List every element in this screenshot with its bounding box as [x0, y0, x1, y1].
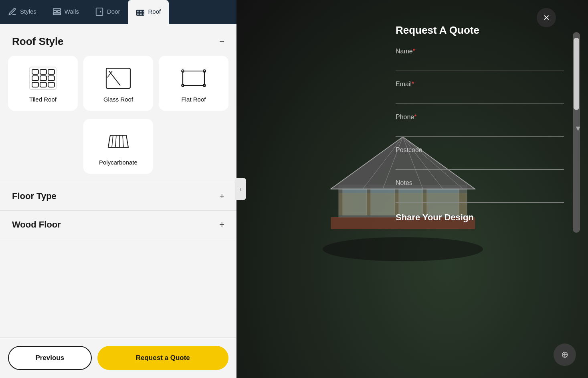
svg-line-33 — [115, 135, 116, 147]
main-area: ✕ Request A Quote Name* Email* Phone* Po… — [236, 0, 588, 378]
name-required-star: * — [413, 48, 415, 55]
svg-rect-3 — [53, 13, 61, 14]
previous-button[interactable]: Previous — [8, 346, 92, 370]
quote-form-title: Request A Quote — [396, 24, 564, 37]
wood-floor-section[interactable]: Wood Floor + — [0, 211, 236, 239]
share-design-title: Share Your Design — [396, 212, 564, 223]
tab-door[interactable]: Door — [87, 0, 128, 24]
polycarbonate-label: Polycarbonate — [99, 159, 137, 166]
flat-roof-icon — [180, 66, 208, 90]
tiled-roof-label: Tiled Roof — [29, 96, 57, 103]
close-icon: ✕ — [543, 13, 550, 22]
postcode-field: Postcode — [396, 146, 564, 170]
floor-type-expand-icon: + — [219, 191, 224, 201]
roof-style-collapse-btn[interactable]: − — [219, 37, 224, 46]
tab-roof-label: Roof — [148, 8, 161, 15]
panel-content: Roof Style − Til — [0, 24, 236, 337]
floor-type-section[interactable]: Floor Type + — [0, 182, 236, 210]
scroll-arrow-icon: ▼ — [574, 124, 582, 133]
name-field: Name* — [396, 48, 564, 71]
svg-rect-24 — [106, 68, 130, 88]
svg-rect-4 — [96, 8, 103, 15]
notes-label: Notes — [396, 179, 564, 187]
svg-rect-1 — [53, 11, 57, 12]
name-label: Name* — [396, 48, 564, 55]
email-input[interactable] — [396, 90, 564, 104]
polycarbonate-icon — [104, 129, 132, 153]
nav-tabs: Styles Walls Door Roof — [0, 0, 236, 24]
tab-door-label: Door — [107, 8, 120, 15]
tab-walls[interactable]: Walls — [44, 0, 87, 24]
request-quote-button[interactable]: Request a Quote — [97, 346, 228, 370]
panel-collapse-button[interactable]: ‹ — [235, 178, 246, 200]
svg-point-36 — [323, 237, 483, 261]
name-input[interactable] — [396, 57, 564, 71]
wall-icon — [53, 7, 61, 16]
compass-icon: ⊕ — [561, 350, 568, 360]
phone-input[interactable] — [396, 123, 564, 137]
roof-style-header: Roof Style − — [0, 24, 236, 56]
roof-option-flat[interactable]: Flat Roof — [159, 56, 228, 111]
roof-option-glass[interactable]: Glass Roof — [83, 56, 153, 111]
svg-line-35 — [123, 135, 123, 147]
roof-options-grid: Tiled Roof Glass Roof — [0, 56, 236, 119]
flat-roof-label: Flat Roof — [182, 96, 206, 103]
compass-button[interactable]: ⊕ — [554, 343, 576, 366]
svg-line-32 — [112, 135, 113, 147]
svg-rect-14 — [30, 67, 56, 89]
phone-label: Phone* — [396, 114, 564, 121]
email-required-star: * — [412, 81, 414, 87]
roof-option-tiled[interactable]: Tiled Roof — [8, 56, 78, 111]
quote-form-panel: Request A Quote Name* Email* Phone* Post… — [396, 24, 564, 223]
pencil-ruler-icon — [8, 7, 17, 16]
door-icon — [95, 7, 104, 16]
svg-rect-2 — [57, 11, 61, 12]
tab-styles-label: Styles — [20, 8, 36, 15]
floor-type-title: Floor Type — [12, 191, 57, 201]
notes-input[interactable] — [396, 189, 564, 203]
email-field: Email* — [396, 81, 564, 104]
tab-roof[interactable]: Roof — [128, 0, 169, 24]
postcode-label: Postcode — [396, 146, 564, 154]
phone-required-star: * — [414, 114, 416, 120]
tab-styles[interactable]: Styles — [0, 0, 44, 24]
left-panel: Styles Walls Door Roof Roof Style — [0, 0, 236, 378]
svg-rect-27 — [183, 71, 204, 85]
svg-rect-0 — [53, 8, 61, 10]
scrollbar-thumb — [574, 38, 579, 110]
email-label: Email* — [396, 81, 564, 88]
tab-walls-label: Walls — [65, 8, 79, 15]
polycarbonate-row: Polycarbonate — [0, 119, 236, 182]
tiled-roof-icon — [29, 66, 57, 90]
glass-roof-icon — [104, 66, 132, 90]
roof-option-polycarbonate[interactable]: Polycarbonate — [83, 119, 153, 174]
bottom-buttons: Previous Request a Quote — [0, 337, 236, 378]
divider-3 — [0, 239, 236, 239]
roof-icon — [136, 7, 145, 16]
phone-field: Phone* — [396, 114, 564, 137]
svg-point-5 — [100, 11, 101, 12]
collapse-left-icon: ‹ — [240, 186, 242, 192]
wood-floor-title: Wood Floor — [12, 219, 61, 230]
postcode-input[interactable] — [396, 156, 564, 170]
roof-style-title: Roof Style — [12, 35, 64, 48]
notes-field: Notes — [396, 179, 564, 203]
glass-roof-label: Glass Roof — [103, 96, 133, 103]
wood-floor-expand-icon: + — [219, 219, 224, 230]
